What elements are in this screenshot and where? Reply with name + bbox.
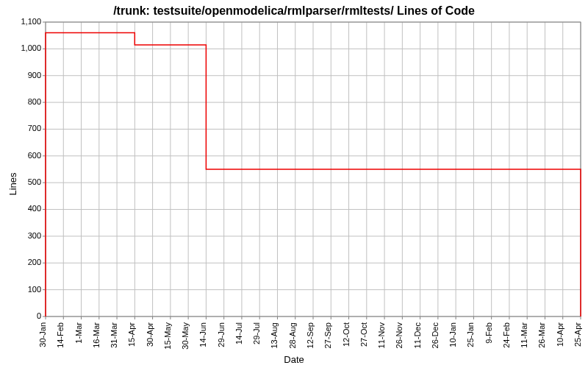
x-tick-label: 11-Mar [520, 322, 528, 348]
y-tick-label: 100 [28, 285, 41, 294]
x-tick-label: 27-Sep [323, 322, 332, 348]
x-tick-label: 14-Feb [56, 322, 65, 348]
x-tick-label: 11-Dec [413, 322, 422, 349]
x-tick-label: 30-Jan [38, 322, 47, 347]
x-tick-label: 28-Aug [288, 322, 297, 348]
y-tick-label: 500 [28, 177, 41, 186]
y-tick-label: 200 [28, 258, 41, 266]
x-tick-label: 15-Apr [127, 322, 136, 347]
x-tick-label: 10-Apr [556, 322, 564, 347]
x-tick-label: 1-Mar [74, 322, 83, 344]
x-tick-label: 10-Jan [448, 322, 457, 347]
x-tick-label: 29-Jul [252, 322, 261, 344]
x-tick-label: 14-Jun [198, 322, 207, 347]
x-tick-label: 25-Apr [573, 322, 582, 347]
y-tick-label: 700 [28, 124, 41, 132]
x-tick-label: 25-Jan [466, 322, 475, 347]
x-tick-label: 27-Oct [359, 322, 368, 347]
x-tick-label: 26-Dec [431, 322, 440, 349]
y-tick-label: 600 [28, 151, 41, 160]
x-tick-label: 9-Feb [484, 322, 493, 344]
y-tick-label: 300 [28, 231, 41, 240]
y-tick-label: 400 [28, 204, 41, 213]
x-tick-label: 24-Feb [502, 322, 511, 348]
x-tick-label: 26-Mar [537, 322, 546, 348]
x-tick-label: 30-May [181, 322, 190, 350]
x-tick-label: 11-Nov [377, 322, 386, 349]
x-tick-label: 31-Mar [110, 322, 118, 348]
x-tick-label: 14-Jul [234, 322, 243, 344]
y-tick-label: 1,100 [21, 17, 41, 26]
x-tick-label: 15-May [163, 322, 172, 350]
chart-container: /trunk: testsuite/openmodelica/rmlparser… [0, 0, 588, 368]
x-tick-label: 26-Nov [395, 322, 404, 349]
x-tick-label: 29-Jun [217, 322, 226, 347]
x-tick-label: 12-Sep [306, 322, 315, 348]
y-tick-label: 0 [37, 311, 41, 320]
x-tick-label: 13-Aug [270, 322, 279, 348]
x-tick-label: 16-Mar [92, 322, 101, 348]
x-tick-label: 12-Oct [342, 322, 351, 347]
y-tick-label: 900 [28, 71, 41, 79]
x-tick-label: 30-Apr [146, 322, 154, 347]
chart-svg: 01002003004005006007008009001,0001,10030… [0, 0, 588, 368]
y-tick-label: 800 [28, 97, 41, 106]
y-tick-label: 1,000 [21, 43, 41, 52]
